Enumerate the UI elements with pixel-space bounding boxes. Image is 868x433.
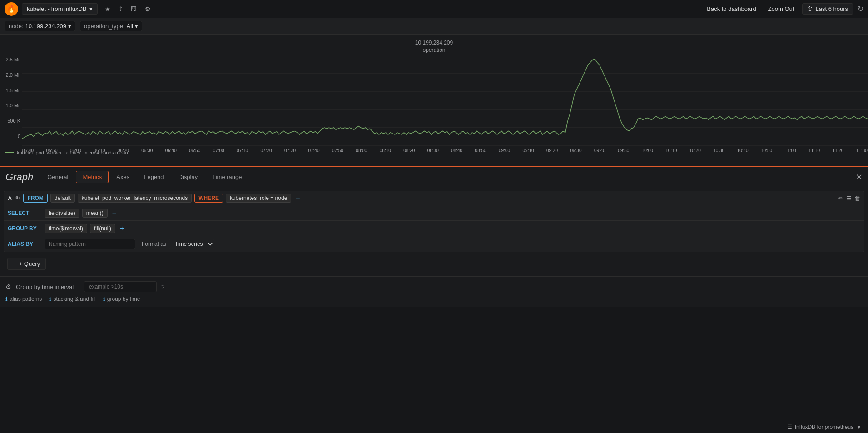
chart-title-area: 10.199.234.209 operation <box>0 40 868 53</box>
field-value-tag[interactable]: field(value) <box>45 209 79 218</box>
where-label[interactable]: WHERE <box>194 194 223 203</box>
group-by-time-input[interactable] <box>84 281 157 292</box>
tab-metrics[interactable]: Metrics <box>76 171 109 183</box>
y-label-1: 2.0 Mil <box>2 72 20 78</box>
naming-pattern-input[interactable] <box>45 239 135 249</box>
node-variable-select[interactable]: node: 10.199.234.209 ▾ <box>5 21 75 31</box>
tab-legend[interactable]: Legend <box>137 171 170 183</box>
help-section: ⚙ Group by time interval ? ℹ alias patte… <box>0 276 868 307</box>
tab-general[interactable]: General <box>40 171 75 183</box>
group-time-row: ⚙ Group by time interval ? <box>5 281 863 292</box>
query-row-header: A 👁 FROM default kubelet_pod_worker_late… <box>4 191 864 205</box>
logo-button[interactable]: 🔥 <box>5 2 18 16</box>
graph-title: Graph <box>5 171 33 183</box>
select-line: SELECT field(value) mean() + <box>4 205 864 221</box>
fill-value-tag[interactable]: fill(null) <box>90 224 115 233</box>
chart-title-main: 10.199.234.209 <box>0 40 868 46</box>
panel-editor: Graph General Metrics Axes Legend Displa… <box>0 166 868 307</box>
format-as-label: Format as <box>142 241 166 247</box>
alias-patterns-label: alias patterns <box>10 296 42 302</box>
nav-icons: ★ ⤴ 🖫 ⚙ <box>103 4 153 15</box>
row-actions: ✏ ☰ 🗑 <box>838 195 860 202</box>
y-label-5: 0 <box>2 134 20 139</box>
format-as-select[interactable]: Time series Table <box>169 239 214 249</box>
y-label-2: 1.5 Mil <box>2 88 20 93</box>
operation-type-variable-select[interactable]: operation_type: All ▾ <box>80 21 142 31</box>
alias-patterns-link[interactable]: ℹ alias patterns <box>5 296 42 302</box>
group-by-time-link[interactable]: ℹ group by time <box>103 296 140 302</box>
select-add-btn[interactable]: + <box>110 209 118 217</box>
where-condition[interactable]: kubernetes_role = node <box>226 194 291 203</box>
stacking-fill-label: stacking & and fill <box>53 296 95 302</box>
refresh-btn[interactable]: ↻ <box>858 5 863 13</box>
tab-time-range[interactable]: Time range <box>205 171 248 183</box>
row-letter: A <box>8 195 12 202</box>
add-query-icon: + <box>13 260 17 267</box>
tab-axes[interactable]: Axes <box>109 171 136 183</box>
add-query-btn[interactable]: + + Query <box>7 258 46 270</box>
top-nav: 🔥 kubelet - from influxDB ▾ ★ ⤴ 🖫 ⚙ Back… <box>0 0 868 18</box>
share-button[interactable]: ⤴ <box>117 4 124 15</box>
x-axis-labels: 05:40 05:50 06:00 06:10 06:20 06:30 06:4… <box>22 147 868 154</box>
eye-icon[interactable]: 👁 <box>15 195 20 202</box>
nav-right: Back to dashboard Zoom Out ⏱ Last 6 hour… <box>703 3 863 15</box>
chart-svg <box>22 55 868 146</box>
time-range-btn[interactable]: ⏱ Last 6 hours <box>802 3 853 15</box>
y-label-4: 500 K <box>2 118 20 124</box>
dashboard-title-btn[interactable]: kubelet - from influxDB ▾ <box>22 3 98 15</box>
operation-type-label: operation_type: <box>84 23 125 30</box>
help-links: ℹ alias patterns ℹ stacking & and fill ℹ… <box>5 296 863 302</box>
default-tag[interactable]: default <box>50 194 75 203</box>
gear-icon: ⚙ <box>5 283 11 290</box>
list-row-btn[interactable]: ☰ <box>846 195 852 202</box>
y-axis-labels: 2.5 Mil 2.0 Mil 1.5 Mil 1.0 Mil 500 K 0 <box>0 55 22 148</box>
close-button[interactable]: ✕ <box>856 172 863 182</box>
node-value: 10.199.234.209 <box>25 23 66 30</box>
panel-editor-header: Graph General Metrics Axes Legend Displa… <box>0 167 868 187</box>
settings-button[interactable]: ⚙ <box>143 4 153 15</box>
metrics-editor: A 👁 FROM default kubelet_pod_worker_late… <box>0 187 868 276</box>
node-label: node: <box>9 23 24 30</box>
chart-inner: 05:40 05:50 06:00 06:10 06:20 06:30 06:4… <box>22 55 868 148</box>
group-by-add-btn[interactable]: + <box>118 224 126 233</box>
editor-tabs: General Metrics Axes Legend Display Time… <box>40 171 248 183</box>
info-icon-1: ℹ <box>5 296 8 302</box>
save-button[interactable]: 🖫 <box>129 4 139 15</box>
info-icon-3: ℹ <box>103 296 105 302</box>
group-by-label: GROUP BY <box>8 225 42 232</box>
star-button[interactable]: ★ <box>103 4 113 15</box>
clock-icon: ⏱ <box>807 5 813 12</box>
group-by-time-link-label: group by time <box>107 296 140 302</box>
chart-container: 10.199.234.209 operation 2.5 Mil 2.0 Mil… <box>0 35 868 166</box>
operation-type-value: All <box>127 23 133 30</box>
from-label[interactable]: FROM <box>23 194 47 203</box>
alias-by-label: ALIAS BY <box>8 241 42 247</box>
legend-line <box>5 152 14 153</box>
back-to-dashboard-btn[interactable]: Back to dashboard <box>703 4 759 14</box>
delete-row-btn[interactable]: 🗑 <box>854 195 860 202</box>
alias-by-line: ALIAS BY Format as Time series Table <box>4 236 864 252</box>
group-by-line: GROUP BY time($interval) fill(null) + <box>4 221 864 236</box>
help-icon[interactable]: ? <box>161 284 164 290</box>
info-icon-2: ℹ <box>49 296 51 302</box>
stacking-fill-link[interactable]: ℹ stacking & and fill <box>49 296 95 302</box>
operation-type-chevron-icon: ▾ <box>135 23 138 30</box>
zoom-out-btn[interactable]: Zoom Out <box>764 4 798 14</box>
tab-display[interactable]: Display <box>172 171 205 183</box>
add-query-label: + Query <box>19 260 40 267</box>
where-add-btn[interactable]: + <box>294 194 302 202</box>
y-label-3: 1.0 Mil <box>2 103 20 108</box>
group-by-time-label: Group by time interval <box>16 284 79 290</box>
time-interval-tag[interactable]: time($interval) <box>45 224 87 233</box>
edit-row-btn[interactable]: ✏ <box>838 195 843 202</box>
select-label: SELECT <box>8 210 42 216</box>
y-label-0: 2.5 Mil <box>2 57 20 62</box>
chevron-down-icon: ▾ <box>89 5 93 12</box>
logo-icon: 🔥 <box>7 5 16 13</box>
variables-bar: node: 10.199.234.209 ▾ operation_type: A… <box>0 18 868 35</box>
query-row-a: A 👁 FROM default kubelet_pod_worker_late… <box>4 191 864 252</box>
node-chevron-icon: ▾ <box>68 23 71 30</box>
table-name-tag[interactable]: kubelet_pod_worker_latency_microseconds <box>78 194 192 203</box>
add-query-row: + + Query <box>4 255 864 273</box>
mean-value-tag[interactable]: mean() <box>82 209 108 218</box>
